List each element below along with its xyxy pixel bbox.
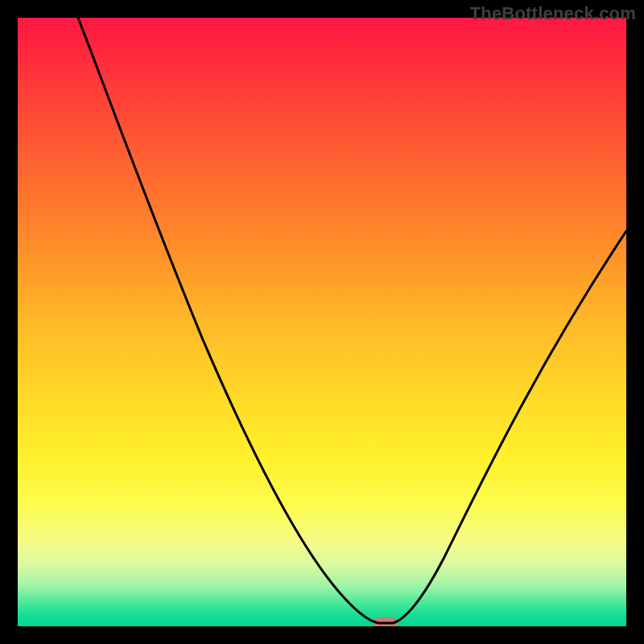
curve-path: [78, 18, 626, 623]
plot-area: [18, 18, 626, 626]
chart-frame: TheBottleneck.com: [0, 0, 644, 644]
watermark-label: TheBottleneck.com: [470, 3, 636, 24]
bottleneck-curve: [18, 18, 626, 626]
